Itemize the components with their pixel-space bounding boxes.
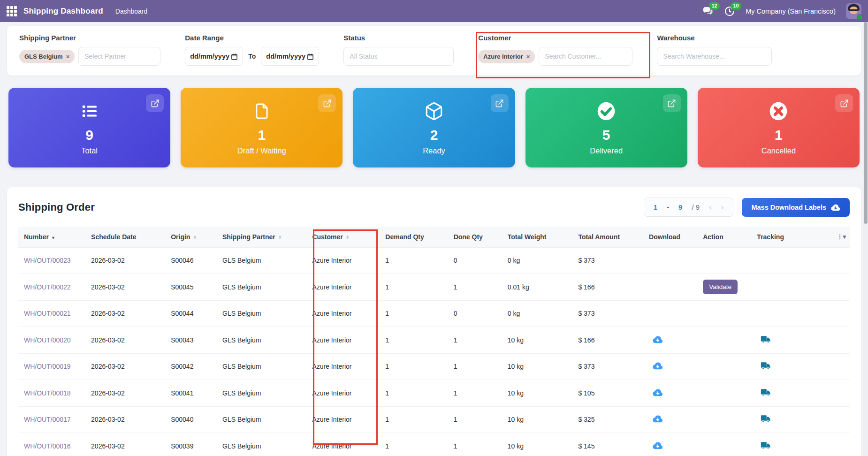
action-cell bbox=[699, 247, 753, 274]
open-external-button[interactable] bbox=[663, 94, 681, 112]
section-title: Shipping Order bbox=[18, 201, 95, 213]
top-navbar: Shipping Dashboard Dashboard 12 10 My Co… bbox=[0, 0, 868, 22]
open-external-button[interactable] bbox=[835, 94, 853, 112]
col-done-qty: Done Qty bbox=[450, 227, 504, 247]
open-external-button[interactable] bbox=[146, 94, 164, 112]
remove-tag-icon[interactable]: × bbox=[66, 53, 70, 60]
scrollbar-thumb[interactable] bbox=[864, 22, 868, 224]
cloud-download-icon[interactable] bbox=[653, 441, 663, 451]
order-number-link[interactable]: WH/OUT/00019 bbox=[24, 363, 71, 370]
sort-desc-icon: ▼ bbox=[51, 236, 55, 240]
action-cell bbox=[699, 406, 753, 433]
mass-download-labels-button[interactable]: Mass Download Labels bbox=[742, 198, 850, 217]
table-row: WH/OUT/00016 2026-03-02 S00039 GLS Belgi… bbox=[18, 433, 850, 456]
done-qty-cell: 1 bbox=[450, 406, 504, 433]
avatar[interactable] bbox=[846, 3, 861, 19]
stat-card-ready[interactable]: 2 Ready bbox=[353, 88, 515, 167]
order-number-link[interactable]: WH/OUT/00016 bbox=[24, 442, 71, 450]
menu-dashboard[interactable]: Dashboard bbox=[115, 8, 148, 15]
cloud-download-icon[interactable] bbox=[653, 335, 663, 345]
order-number-link[interactable]: WH/OUT/00020 bbox=[24, 336, 71, 344]
customer-tag[interactable]: Azure Interior × bbox=[478, 50, 535, 63]
schedule-date-cell: 2026-03-02 bbox=[87, 406, 167, 433]
date-to-value: dd/mm/yyyy bbox=[266, 53, 305, 60]
stat-card-cancelled[interactable]: 1 Cancelled bbox=[698, 88, 860, 167]
validate-button[interactable]: Validate bbox=[703, 280, 738, 294]
truck-icon[interactable] bbox=[761, 388, 771, 398]
table-row: WH/OUT/00020 2026-03-02 S00043 GLS Belgi… bbox=[18, 327, 850, 354]
shipping-partner-input[interactable] bbox=[78, 47, 160, 66]
prev-page-icon[interactable]: ‹ bbox=[709, 203, 712, 211]
cloud-download-icon[interactable] bbox=[653, 388, 663, 398]
col-origin[interactable]: Origin▲▼ bbox=[167, 227, 219, 247]
col-shipping-partner[interactable]: Shipping Partner▲▼ bbox=[219, 227, 308, 247]
stat-card-draft-waiting[interactable]: 1 Draft / Waiting bbox=[181, 88, 343, 167]
shipping-partner-label: Shipping Partner bbox=[19, 34, 160, 42]
page-scrollbar[interactable] bbox=[863, 22, 868, 456]
external-link-icon bbox=[323, 99, 332, 108]
customer-cell: Azure Interior bbox=[308, 433, 381, 456]
col-customer[interactable]: Customer▲▼ bbox=[308, 227, 381, 247]
order-number-link[interactable]: WH/OUT/00023 bbox=[24, 257, 71, 264]
truck-icon[interactable] bbox=[761, 415, 771, 424]
order-number-link[interactable]: WH/OUT/00017 bbox=[24, 416, 71, 423]
stat-label: Draft / Waiting bbox=[181, 146, 343, 155]
col-schedule-date: Schedule Date bbox=[87, 227, 167, 247]
tag-label: Azure Interior bbox=[483, 53, 523, 60]
status-input[interactable] bbox=[343, 47, 454, 66]
page-total: / 9 bbox=[692, 203, 700, 211]
date-to-input[interactable]: dd/mm/yyyy bbox=[261, 47, 319, 66]
truck-icon[interactable] bbox=[761, 335, 771, 345]
download-cell bbox=[645, 327, 699, 354]
app-title[interactable]: Shipping Dashboard bbox=[23, 7, 103, 16]
order-number-link[interactable]: WH/OUT/00018 bbox=[24, 389, 71, 397]
origin-cell: S00045 bbox=[167, 274, 219, 301]
stat-card-total[interactable]: 9 Total bbox=[8, 88, 170, 167]
total-weight-cell: 10 kg bbox=[504, 433, 575, 456]
filter-date-range: Date Range dd/mm/yyyy To dd/mm/yyyy bbox=[185, 34, 319, 66]
open-external-button[interactable] bbox=[318, 94, 336, 112]
customer-cell: Azure Interior bbox=[308, 353, 381, 380]
schedule-date-cell: 2026-03-02 bbox=[87, 327, 167, 354]
order-number-link[interactable]: WH/OUT/00022 bbox=[24, 283, 71, 291]
cloud-download-icon[interactable] bbox=[653, 362, 663, 371]
activities-icon[interactable]: 10 bbox=[724, 6, 735, 17]
open-external-button[interactable] bbox=[491, 94, 509, 112]
total-weight-cell: 10 kg bbox=[504, 327, 575, 354]
origin-cell: S00039 bbox=[167, 433, 219, 456]
stat-label: Cancelled bbox=[698, 146, 860, 155]
cloud-download-icon[interactable] bbox=[653, 415, 663, 424]
remove-tag-icon[interactable]: × bbox=[526, 53, 530, 60]
table-row: WH/OUT/00023 2026-03-02 S00046 GLS Belgi… bbox=[18, 247, 850, 274]
customer-cell: Azure Interior bbox=[308, 247, 381, 274]
table-header-row: Number▼ Schedule Date Origin▲▼ Shipping … bbox=[18, 227, 850, 247]
date-from-input[interactable]: dd/mm/yyyy bbox=[185, 47, 243, 66]
external-link-icon bbox=[495, 99, 504, 108]
total-weight-cell: 0.01 kg bbox=[504, 274, 575, 301]
company-switcher[interactable]: My Company (San Francisco) bbox=[746, 8, 836, 15]
warehouse-input[interactable] bbox=[657, 47, 772, 66]
col-number[interactable]: Number▼ bbox=[18, 227, 87, 247]
demand-qty-cell: 1 bbox=[381, 247, 449, 274]
check-circle-icon bbox=[596, 101, 617, 122]
shipping-partner-tag[interactable]: GLS Belgium × bbox=[19, 50, 75, 63]
shipping-partner-cell: GLS Belgium bbox=[219, 433, 308, 456]
stat-value: 5 bbox=[525, 127, 687, 143]
demand-qty-cell: 1 bbox=[381, 406, 449, 433]
next-page-icon[interactable]: › bbox=[721, 203, 724, 211]
order-number-link[interactable]: WH/OUT/00021 bbox=[24, 310, 71, 317]
col-demand-qty: Demand Qty bbox=[381, 227, 449, 247]
stat-card-delivered[interactable]: 5 Delivered bbox=[525, 88, 687, 167]
page-end: 9 bbox=[678, 203, 682, 211]
column-options-icon[interactable]: ⋮▾ bbox=[810, 227, 850, 247]
truck-icon[interactable] bbox=[761, 362, 771, 371]
tracking-cell bbox=[753, 380, 809, 407]
customer-input[interactable] bbox=[539, 47, 632, 66]
file-icon bbox=[253, 101, 271, 122]
table-row: WH/OUT/00018 2026-03-02 S00041 GLS Belgi… bbox=[18, 380, 850, 407]
messages-icon[interactable]: 12 bbox=[702, 6, 714, 17]
external-link-icon bbox=[667, 99, 676, 108]
total-amount-cell: $ 166 bbox=[574, 327, 645, 354]
truck-icon[interactable] bbox=[761, 441, 771, 451]
apps-grid-icon[interactable] bbox=[7, 6, 17, 16]
